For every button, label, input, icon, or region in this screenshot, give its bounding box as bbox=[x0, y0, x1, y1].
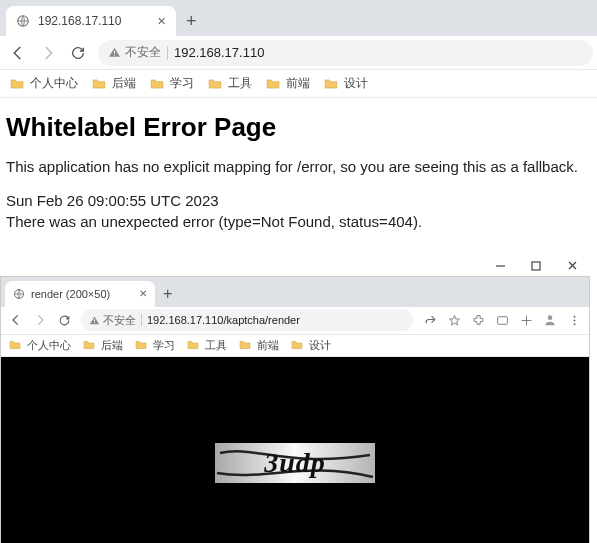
svg-point-11 bbox=[573, 323, 575, 325]
tab-bar: render (200×50) ✕ + bbox=[1, 277, 589, 307]
bookmark-label: 后端 bbox=[112, 75, 136, 92]
svg-point-10 bbox=[573, 319, 575, 321]
security-label: 不安全 bbox=[103, 313, 136, 328]
address-bar[interactable]: 不安全 192.168.17.110/kaptcha/render bbox=[81, 309, 413, 331]
url-text: 192.168.17.110 bbox=[174, 45, 264, 60]
extension-icon[interactable] bbox=[467, 309, 489, 331]
bookmark-label: 学习 bbox=[153, 338, 175, 353]
browser-tab[interactable]: render (200×50) ✕ bbox=[5, 281, 155, 307]
new-tab-button[interactable]: + bbox=[176, 6, 207, 36]
bookmark-label: 前端 bbox=[286, 75, 310, 92]
security-label: 不安全 bbox=[125, 44, 161, 61]
maximize-button[interactable] bbox=[525, 255, 547, 277]
svg-rect-2 bbox=[114, 54, 115, 55]
globe-icon bbox=[16, 14, 30, 28]
bookmarks-bar: 个人中心 后端 学习 工具 前端 设计 bbox=[1, 335, 589, 357]
bookmark-item[interactable]: 个人中心 bbox=[10, 75, 78, 92]
back-button[interactable] bbox=[5, 309, 27, 331]
svg-rect-3 bbox=[532, 262, 540, 270]
bookmark-item[interactable]: 个人中心 bbox=[9, 338, 71, 353]
bookmark-label: 设计 bbox=[344, 75, 368, 92]
browser-window-1: 192.168.17.110 ✕ + 不安全 192.168.17.110 个人… bbox=[0, 0, 597, 246]
minimize-button[interactable] bbox=[489, 255, 511, 277]
bookmark-item[interactable]: 前端 bbox=[266, 75, 310, 92]
error-timestamp: Sun Feb 26 09:00:55 UTC 2023 bbox=[6, 191, 591, 211]
close-tab-icon[interactable]: ✕ bbox=[139, 288, 147, 299]
reload-button[interactable] bbox=[64, 39, 92, 67]
extension2-icon[interactable] bbox=[491, 309, 513, 331]
extension3-icon[interactable] bbox=[515, 309, 537, 331]
spacer bbox=[6, 177, 591, 191]
bookmark-label: 学习 bbox=[170, 75, 194, 92]
folder-icon bbox=[10, 78, 24, 90]
captcha-text: 3udp bbox=[264, 447, 326, 479]
svg-point-9 bbox=[573, 315, 575, 317]
browser-tab[interactable]: 192.168.17.110 ✕ bbox=[6, 6, 176, 36]
folder-icon bbox=[187, 340, 199, 350]
folder-icon bbox=[291, 340, 303, 350]
bookmark-item[interactable]: 学习 bbox=[150, 75, 194, 92]
bookmark-item[interactable]: 工具 bbox=[208, 75, 252, 92]
forward-button[interactable] bbox=[34, 39, 62, 67]
bookmarks-bar: 个人中心 后端 学习 工具 前端 设计 bbox=[0, 70, 597, 98]
bookmark-item[interactable]: 前端 bbox=[239, 338, 279, 353]
window-controls bbox=[489, 255, 583, 277]
close-window-button[interactable] bbox=[561, 255, 583, 277]
warning-triangle-icon bbox=[108, 46, 121, 59]
browser-window-2: render (200×50) ✕ + 不安全 192.168.17.110/k… bbox=[0, 276, 590, 543]
divider bbox=[141, 314, 142, 326]
divider bbox=[167, 46, 168, 60]
bookmark-item[interactable]: 学习 bbox=[135, 338, 175, 353]
bookmark-item[interactable]: 后端 bbox=[83, 338, 123, 353]
bookmark-label: 设计 bbox=[309, 338, 331, 353]
error-detail: There was an unexpected error (type=Not … bbox=[6, 212, 591, 232]
insecure-warning: 不安全 bbox=[108, 44, 161, 61]
svg-point-8 bbox=[548, 316, 553, 321]
bookmark-label: 后端 bbox=[101, 338, 123, 353]
folder-icon bbox=[9, 340, 21, 350]
folder-icon bbox=[92, 78, 106, 90]
address-bar[interactable]: 不安全 192.168.17.110 bbox=[98, 40, 593, 66]
bookmark-label: 个人中心 bbox=[27, 338, 71, 353]
toolbar: 不安全 192.168.17.110 bbox=[0, 36, 597, 70]
back-button[interactable] bbox=[4, 39, 32, 67]
bookmark-item[interactable]: 后端 bbox=[92, 75, 136, 92]
bookmark-label: 工具 bbox=[228, 75, 252, 92]
tab-title: render (200×50) bbox=[31, 288, 133, 300]
warning-triangle-icon bbox=[89, 315, 100, 326]
folder-icon bbox=[239, 340, 251, 350]
tab-title: 192.168.17.110 bbox=[38, 14, 149, 28]
forward-button[interactable] bbox=[29, 309, 51, 331]
globe-icon bbox=[13, 288, 25, 300]
new-tab-button[interactable]: + bbox=[155, 281, 180, 307]
svg-rect-6 bbox=[94, 322, 95, 323]
page-content: 3udp bbox=[1, 357, 589, 543]
bookmark-item[interactable]: 设计 bbox=[291, 338, 331, 353]
bookmark-label: 工具 bbox=[205, 338, 227, 353]
error-description: This application has no explicit mapping… bbox=[6, 157, 591, 177]
star-icon[interactable] bbox=[443, 309, 465, 331]
bookmark-label: 个人中心 bbox=[30, 75, 78, 92]
folder-icon bbox=[324, 78, 338, 90]
close-tab-icon[interactable]: ✕ bbox=[157, 15, 166, 28]
captcha-image: 3udp bbox=[215, 443, 375, 483]
svg-rect-1 bbox=[114, 51, 115, 54]
avatar-icon[interactable] bbox=[539, 309, 561, 331]
share-icon[interactable] bbox=[419, 309, 441, 331]
menu-icon[interactable] bbox=[563, 309, 585, 331]
page-content: Whitelabel Error Page This application h… bbox=[0, 98, 597, 246]
url-text: 192.168.17.110/kaptcha/render bbox=[147, 314, 300, 326]
folder-icon bbox=[266, 78, 280, 90]
bookmark-item[interactable]: 设计 bbox=[324, 75, 368, 92]
folder-icon bbox=[83, 340, 95, 350]
folder-icon bbox=[135, 340, 147, 350]
toolbar-trailing-icons bbox=[419, 309, 585, 331]
bookmark-label: 前端 bbox=[257, 338, 279, 353]
folder-icon bbox=[150, 78, 164, 90]
insecure-warning: 不安全 bbox=[89, 313, 136, 328]
tab-bar: 192.168.17.110 ✕ + bbox=[0, 0, 597, 36]
reload-button[interactable] bbox=[53, 309, 75, 331]
svg-rect-5 bbox=[94, 319, 95, 321]
bookmark-item[interactable]: 工具 bbox=[187, 338, 227, 353]
error-heading: Whitelabel Error Page bbox=[6, 106, 591, 157]
